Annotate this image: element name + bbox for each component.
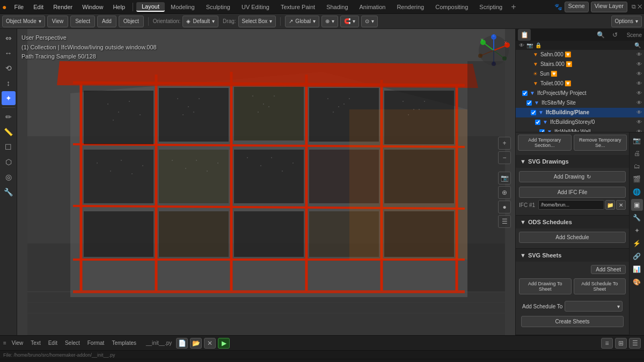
modifier-props-icon[interactable]: 🔧 [631, 212, 643, 224]
eye-filter[interactable]: 👁 [519, 42, 524, 48]
object-props-icon[interactable]: ▣ [631, 199, 643, 211]
view-menu[interactable]: View [47, 16, 69, 27]
workspace-scripting[interactable]: Scripting [474, 3, 508, 11]
add-sheet-btn[interactable]: Add Sheet [591, 265, 626, 274]
material-props-icon[interactable]: 🎨 [631, 276, 643, 288]
workspace-animation[interactable]: Animation [354, 3, 391, 11]
create-sheets-btn[interactable]: Create Sheets [521, 316, 624, 327]
svg-sheets-header[interactable]: ▼ SVG Sheets [516, 249, 629, 262]
data-props-icon[interactable]: 📊 [631, 263, 643, 275]
tool-inset[interactable]: ◎ [2, 170, 16, 184]
run-script-btn[interactable]: ▶ [218, 338, 230, 349]
search-filter[interactable]: 🔍 [634, 42, 641, 48]
item-eye[interactable]: 👁 [636, 71, 642, 77]
close-file-btn[interactable]: ✕ [204, 338, 216, 349]
item-checkbox[interactable] [526, 100, 532, 106]
tool-rotate[interactable]: ⟲ [2, 61, 16, 75]
tab-scene-collection[interactable]: 📋 [518, 29, 531, 41]
tool-extrude[interactable]: ⬡ [2, 155, 16, 169]
workspace-layout[interactable]: Layout [136, 2, 165, 12]
workspace-compositing[interactable]: Compositing [430, 3, 473, 11]
item-eye[interactable]: 👁 [636, 61, 642, 67]
select-menu[interactable]: Select [70, 16, 95, 27]
tool-add[interactable]: ☐ [2, 140, 16, 154]
outliner-item-ifc-project[interactable]: ▼ IfcProject/My Project 👁 [516, 88, 644, 98]
add-schedule-dropdown[interactable]: ▾ [565, 301, 623, 312]
list-view-btn[interactable]: ≡ [601, 338, 613, 349]
drag-dropdown[interactable]: Select Box ▾ [238, 16, 276, 27]
view-layer-selector[interactable]: View Layer [591, 2, 627, 12]
item-eye[interactable]: 👁 [636, 109, 642, 115]
item-eye[interactable]: 👁 [636, 119, 642, 125]
outliner-item-storey[interactable]: ▼ IfcBuildingStorey/0 👁 [516, 117, 644, 127]
viewport-gizmo[interactable]: X Y Z [478, 34, 510, 67]
options-btn[interactable]: Options ▾ [611, 16, 642, 27]
workspace-modeling[interactable]: Modeling [165, 3, 200, 11]
item-eye[interactable]: 👁 [636, 129, 642, 132]
add-drawing-to-sheet-btn[interactable]: Add Drawing To Sheet [519, 278, 572, 294]
editor-menu-view[interactable]: View [9, 339, 27, 347]
add-workspace-btn[interactable]: + [511, 2, 516, 12]
shading-solid-btn[interactable]: ● [498, 201, 511, 213]
orientation-dropdown[interactable]: ◈ Default ▾ [182, 16, 218, 27]
workspace-uv-editing[interactable]: UV Editing [236, 3, 275, 11]
item-eye[interactable]: 👁 [636, 80, 642, 86]
detail-view-btn[interactable]: ☰ [629, 338, 641, 349]
pivot-dropdown[interactable]: ⊕ ▾ [321, 16, 338, 27]
transform-dropdown[interactable]: ↗ Global ▾ [285, 16, 319, 27]
menu-help[interactable]: Help [108, 3, 129, 11]
zoom-in-btn[interactable]: + [498, 137, 511, 150]
editor-menu-templates[interactable]: Templates [108, 339, 140, 347]
object-menu[interactable]: Object [119, 16, 144, 27]
3d-viewport[interactable]: User Perspective (1) Collection | IfcWin… [17, 29, 515, 335]
add-schedule-btn[interactable]: Add Schedule [519, 232, 626, 243]
menu-render[interactable]: Render [49, 3, 77, 11]
tool-cursor[interactable]: ⇔ [2, 31, 16, 45]
constraints-props-icon[interactable]: 🔗 [631, 250, 643, 262]
world-props-icon[interactable]: 🌐 [631, 186, 643, 198]
editor-type-icon[interactable]: ≡ [3, 340, 6, 346]
sync-btn[interactable]: ↺ [609, 29, 621, 41]
outliner-item-sun[interactable]: ☀ Sun 🔽 👁 [516, 69, 644, 79]
grid-view-btn[interactable]: ⊞ [615, 338, 627, 349]
outliner-item-stairs[interactable]: ▼ Stairs.000 🔽 👁 [516, 60, 644, 69]
outliner-area[interactable]: ▼ Sahn.000 🔽 👁 ▼ Stairs.000 🔽 👁 ☀ Sun 🔽 … [516, 50, 644, 132]
snap-dropdown[interactable]: 🧲 ▾ [340, 16, 359, 27]
ods-schedules-header[interactable]: ▼ ODS Schedules [516, 216, 629, 228]
menu-file[interactable]: File [10, 3, 28, 11]
outliner-item-ifc-building[interactable]: ▼ IfcBuilding/Plane 👁 [516, 108, 644, 117]
tool-transform[interactable]: ✦ [2, 91, 16, 105]
add-schedule-to-sheet-btn[interactable]: Add Schedule To Sheet [574, 278, 626, 294]
select-filter[interactable]: 🔒 [535, 42, 541, 48]
new-file-btn[interactable]: 📄 [176, 338, 188, 349]
overlay-btn[interactable]: ☰ [498, 215, 511, 228]
ifc-folder-btn[interactable]: 📁 [605, 200, 615, 210]
proportional-dropdown[interactable]: ⊙ ▾ [361, 16, 378, 27]
scene-selector[interactable]: Scene [565, 2, 589, 12]
tool-measure[interactable]: 📏 [2, 125, 16, 139]
workspace-rendering[interactable]: Rendering [391, 3, 429, 11]
tool-move[interactable]: ↔ [2, 46, 16, 60]
editor-menu-select[interactable]: Select [62, 339, 83, 347]
add-ifc-file-btn[interactable]: Add IFC File [519, 187, 626, 198]
render-props-icon[interactable]: 📷 [631, 135, 643, 146]
remove-temp-section-btn[interactable]: Remove Temporary Se... [574, 135, 627, 151]
editor-menu-text[interactable]: Text [27, 339, 43, 347]
outliner-item-sahn[interactable]: ▼ Sahn.000 🔽 👁 [516, 50, 644, 60]
tool-scale[interactable]: ↕ [2, 76, 16, 90]
add-menu[interactable]: Add [97, 16, 116, 27]
editor-menu-format[interactable]: Format [84, 339, 108, 347]
particles-props-icon[interactable]: ✦ [631, 225, 643, 237]
tool-bevel[interactable]: 🔧 [2, 185, 16, 199]
workspace-texture-paint[interactable]: Texture Paint [275, 3, 320, 11]
window-controls[interactable]: ⧉ ✕ [632, 3, 642, 10]
ifc-close-btn[interactable]: ✕ [616, 200, 626, 210]
render-filter[interactable]: 📷 [526, 42, 533, 48]
outliner-item-wall1[interactable]: ▼ IfcWall/My Wall 👁 [516, 127, 644, 132]
filter-btn[interactable]: 🔍 [595, 29, 608, 41]
item-checkbox[interactable] [531, 110, 536, 115]
editor-menu-edit[interactable]: Edit [45, 339, 61, 347]
ifc-path-input[interactable]: /home/brun... [538, 200, 604, 210]
scene-props-icon[interactable]: 🎬 [631, 173, 643, 185]
item-eye[interactable]: 👁 [636, 100, 642, 106]
